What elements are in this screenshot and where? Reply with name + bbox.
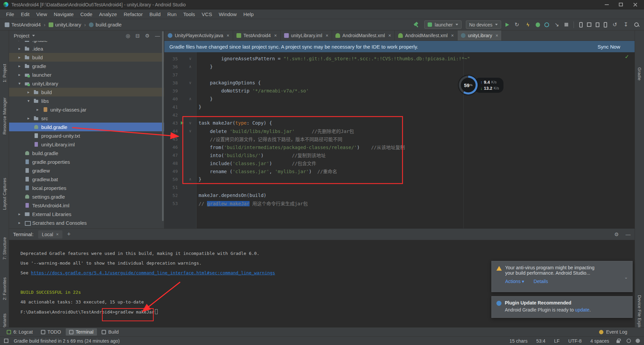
tool-button-2-favorites[interactable]: 2: Favorites	[2, 277, 7, 300]
status-widget-utf-8[interactable]: UTF-8	[568, 338, 582, 344]
run-gutter-icon[interactable]	[178, 121, 186, 125]
gear-icon[interactable]: ⚙	[145, 33, 150, 39]
menu-item-file[interactable]: File	[3, 10, 17, 18]
apply-code-changes-button[interactable]: ϟ	[525, 21, 531, 28]
code-editor[interactable]: ✓ 35∨ ignoreAssetsPattern = "!.svn:!.git…	[164, 52, 635, 228]
chevron-right-icon[interactable]: ▸	[28, 90, 34, 94]
tool-button-gradle[interactable]: Gradle	[637, 67, 642, 80]
collapse-all-icon[interactable]: ⊟	[136, 33, 140, 39]
chevron-right-icon[interactable]: ▸	[18, 220, 24, 225]
tool-window-switcher-icon[interactable]	[4, 339, 8, 343]
fold-icon[interactable]: ∨	[186, 129, 194, 133]
status-widget-4-spaces[interactable]: 4 spaces	[590, 338, 609, 344]
tree-item-proguard-unity-txt[interactable]: proguard-unity.txt	[9, 131, 164, 140]
update-link[interactable]: update	[575, 307, 589, 313]
menu-item-edit[interactable]: Edit	[17, 10, 33, 18]
search-everywhere-button[interactable]	[634, 22, 639, 27]
chevron-right-icon[interactable]: ▸	[18, 72, 24, 77]
sdk-manager-button[interactable]: ↧	[623, 21, 629, 28]
status-widget-lf[interactable]: LF	[554, 338, 559, 344]
terminal-tab-local[interactable]: Local ×	[38, 230, 62, 238]
tree-item-src[interactable]: ▸src	[9, 114, 164, 123]
layout-inspector-button[interactable]	[587, 22, 591, 27]
tool-button-7-structure[interactable]: 7: Structure	[2, 237, 7, 260]
tree-item-launcher[interactable]: ▸launcher	[9, 70, 164, 79]
fold-icon[interactable]: ∧	[186, 96, 194, 101]
tool-button-1-project[interactable]: 1: Project	[2, 64, 7, 82]
project-scrollbar[interactable]	[162, 31, 164, 227]
chevron-down-icon[interactable]: ▾	[28, 98, 34, 103]
chevron-right-icon[interactable]: ▸	[28, 116, 34, 121]
tree-item-external-libraries[interactable]: ▸External Libraries	[9, 210, 164, 218]
tree-item-build[interactable]: ▸build	[9, 53, 164, 62]
fold-icon[interactable]: ∨	[186, 80, 194, 85]
locate-file-icon[interactable]: ◎	[126, 33, 130, 39]
tool-button-6-logcat[interactable]: 6: Logcat	[3, 328, 36, 336]
close-button[interactable]	[633, 2, 637, 7]
tree-item-settings-gradle[interactable]: settings.gradle	[9, 192, 164, 201]
chevron-right-icon[interactable]: ▸	[18, 41, 24, 42]
menu-item-help[interactable]: Help	[240, 10, 257, 18]
breadcrumb-item-build-gradle[interactable]: build.gradle	[89, 22, 122, 27]
tool-button-resource-manager[interactable]: Resource Manager	[2, 97, 7, 135]
chevron-right-icon[interactable]: ▸	[18, 46, 24, 51]
device-select[interactable]: No devices	[466, 20, 501, 29]
tree-item-build[interactable]: ▸build	[9, 88, 164, 96]
menu-item-refactor[interactable]: Refactor	[120, 10, 146, 18]
indicator-icon[interactable]	[627, 339, 631, 343]
fold-icon[interactable]: ∧	[186, 177, 194, 182]
hide-panel-icon[interactable]: —	[155, 33, 160, 39]
details-link[interactable]: Details	[534, 279, 548, 284]
close-tab-icon[interactable]: ×	[226, 33, 229, 38]
debug-button[interactable]	[536, 22, 540, 27]
tab-unityplayeractivity-java[interactable]: UnityPlayerActivity.java×	[164, 30, 233, 41]
tree-item-unity-classes-jar[interactable]: ▸unity-classes.jar	[9, 105, 164, 114]
apply-changes-button[interactable]: ↻	[514, 21, 520, 28]
close-tab-icon[interactable]: ×	[495, 33, 498, 38]
sync-now-link[interactable]: Sync Now	[597, 44, 620, 50]
chevron-down-icon[interactable]: ▾	[18, 81, 24, 86]
status-widget-53-4[interactable]: 53:4	[536, 338, 545, 344]
run-configuration-select[interactable]: launcher	[424, 20, 462, 29]
chevron-right-icon[interactable]: ▸	[37, 107, 43, 112]
chevron-right-icon[interactable]: ▸	[18, 212, 24, 216]
tool-button-todo[interactable]: TODO	[38, 328, 64, 336]
menu-item-vcs[interactable]: VCS	[198, 10, 215, 18]
minimize-button[interactable]	[605, 4, 609, 5]
device-manager-button[interactable]	[579, 22, 583, 27]
tree-item-gradlew[interactable]: gradlew	[9, 166, 164, 175]
menu-item-code[interactable]: Code	[77, 10, 96, 18]
menu-item-window[interactable]: Window	[215, 10, 240, 18]
tab-androidmanifest-xml[interactable]: AndroidManifest.xml×	[332, 30, 395, 41]
tree-item-local-properties[interactable]: local.properties	[9, 184, 164, 192]
chevron-right-icon[interactable]: ▸	[18, 55, 24, 60]
tree-item-gradle[interactable]: ▸gradle	[9, 62, 164, 70]
lock-icon[interactable]	[616, 340, 620, 343]
chevron-down-icon[interactable]	[32, 35, 35, 37]
gear-icon[interactable]: ⚙	[614, 231, 619, 237]
tool-button-terminal[interactable]: Terminal	[66, 328, 97, 336]
menu-item-build[interactable]: Build	[146, 10, 164, 18]
tree-item-build-gradle[interactable]: build.gradle	[9, 123, 164, 131]
tab-unitylibrary[interactable]: unityLibrary×	[458, 30, 502, 41]
maximize-button[interactable]	[619, 3, 623, 6]
tree-item-testandroid4-iml[interactable]: TestAndroid4.iml	[9, 201, 164, 210]
breadcrumb-item-unitylibrary[interactable]: unityLibrary	[49, 22, 82, 27]
tree-item-gradle[interactable]: ▸.gradle	[9, 41, 164, 44]
chevron-right-icon[interactable]: ▸	[18, 64, 24, 68]
menu-item-tools[interactable]: Tools	[180, 10, 198, 18]
menu-item-navigate[interactable]: Navigate	[50, 10, 77, 18]
tree-item-unitylibrary[interactable]: ▾unityLibrary	[9, 79, 164, 88]
new-terminal-session-button[interactable]: +	[67, 231, 71, 238]
tree-item-build-gradle[interactable]: build.gradle	[9, 149, 164, 157]
actions-dropdown-link[interactable]: Actions ▾	[505, 279, 524, 284]
tool-button-layout-captures[interactable]: Layout Captures	[2, 178, 7, 210]
close-icon[interactable]: ×	[56, 232, 59, 237]
tree-item-scratches-and-consoles[interactable]: ▸Scratches and Consoles	[9, 218, 164, 227]
tree-item-gradlew-bat[interactable]: gradlew.bat	[9, 175, 164, 184]
analyze-apk-button[interactable]	[596, 22, 599, 27]
tab-androidmanifest-xml[interactable]: AndroidManifest.xml×	[395, 30, 458, 41]
profile-button[interactable]	[544, 22, 549, 27]
tree-item-gradle-properties[interactable]: gradle.properties	[9, 157, 164, 166]
tree-item-libs[interactable]: ▾libs	[9, 96, 164, 105]
